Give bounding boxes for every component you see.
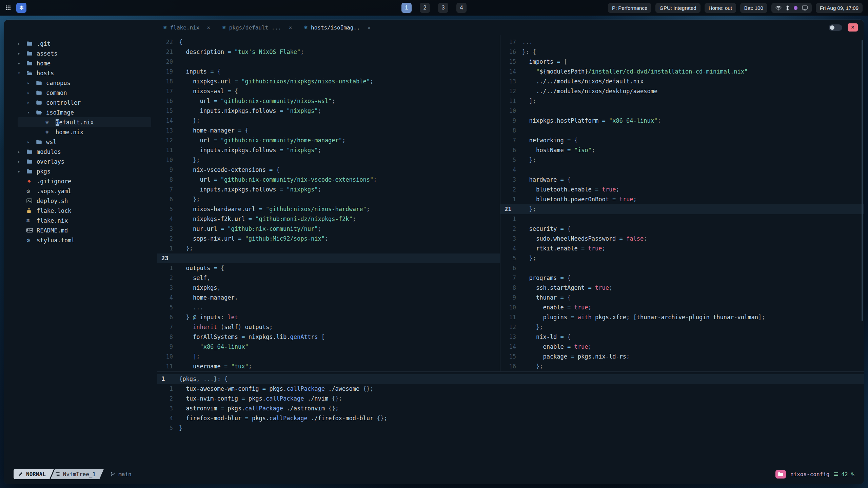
file-tree[interactable]: ▸.git▸assets▸home▾hosts▸canopus▸common▸c…	[4, 35, 157, 467]
scrollbar[interactable]	[862, 40, 863, 321]
code-line[interactable]: 7 networking = {	[500, 136, 864, 145]
tree-item-home.nix[interactable]: ❄home.nix	[18, 127, 157, 137]
tree-item-controller[interactable]: ▸controller	[18, 98, 157, 107]
tree-item-canopus[interactable]: ▸canopus	[18, 78, 157, 88]
code-line[interactable]: 11 username = "tux";	[157, 362, 500, 371]
code-line[interactable]: 6	[500, 263, 864, 273]
code-line[interactable]: 10 };	[157, 155, 500, 165]
code-line[interactable]: 1 tux-awesome-wm-config = pkgs.callPacka…	[157, 384, 864, 394]
chevron-right-icon[interactable]: ▸	[18, 149, 26, 154]
workspace-button-1[interactable]: 1	[401, 3, 412, 13]
code-line[interactable]: 3 nixpkgs,	[157, 283, 500, 293]
code-line[interactable]: 21 description = "tux's NixOS Flake";	[157, 47, 500, 57]
code-line[interactable]: 5 };	[500, 253, 864, 263]
code-line[interactable]: 4 firefox-mod-blur = pkgs.callPackage ./…	[157, 413, 864, 423]
wifi-icon[interactable]	[775, 5, 782, 11]
code-line[interactable]: 9 nix-vscode-extensions = {	[157, 165, 500, 175]
code-line[interactable]: 1 };	[157, 244, 500, 253]
accent-dot-icon[interactable]	[793, 6, 798, 10]
code-line[interactable]: 13 nix-ld = {	[500, 332, 864, 342]
tree-item-hosts[interactable]: ▾hosts	[18, 68, 157, 78]
code-line[interactable]: 1{pkgs, ...}: {	[157, 374, 864, 384]
code-line[interactable]: 5 nixos-hardware.url = "github:nixos/nix…	[157, 204, 500, 214]
code-line[interactable]: 16}: {	[500, 47, 864, 57]
tree-item-common[interactable]: ▸common	[18, 88, 157, 98]
code-line[interactable]: 17...	[500, 37, 864, 47]
code-line[interactable]: 12 ../../modules/nixos/desktop/awesome	[500, 86, 864, 96]
chevron-right-icon[interactable]: ▸	[27, 139, 36, 144]
code-line[interactable]: 16 };	[500, 362, 864, 371]
tree-item-isoImage[interactable]: ▾isoImage	[18, 107, 157, 117]
code-line[interactable]: 10 ];	[157, 352, 500, 362]
code-line[interactable]: 11 ];	[500, 96, 864, 106]
code-line[interactable]: 7 programs = {	[500, 273, 864, 283]
tab-close-icon[interactable]: ×	[289, 24, 292, 31]
code-line[interactable]: 7 inherit (self) outputs;	[157, 322, 500, 332]
code-line[interactable]: 3 nur.url = "github:nix-community/nur";	[157, 224, 500, 234]
code-line[interactable]: 5 ...	[157, 303, 500, 312]
window-toggle[interactable]	[829, 24, 842, 31]
code-line[interactable]: 11 inputs.nixpkgs.follows = "nixpkgs";	[157, 145, 500, 155]
code-line[interactable]: 15 package = pkgs.nix-ld-rs;	[500, 352, 864, 362]
tab-close-icon[interactable]: ×	[368, 24, 371, 31]
code-line[interactable]: 3 hardware = {	[500, 175, 864, 185]
chevron-right-icon[interactable]: ▸	[18, 61, 26, 66]
code-line[interactable]: 17 nixos-wsl = {	[157, 86, 500, 96]
code-line[interactable]: 1 bluetooth.powerOnBoot = true;	[500, 195, 864, 204]
code-line[interactable]: 18 nixpkgs.url = "github:nixos/nixpkgs/n…	[157, 77, 500, 86]
pane-hosts-isoimage[interactable]: 17...16}: {15 imports = [14 "${modulesPa…	[500, 35, 864, 371]
tree-item-pkgs[interactable]: ▸pkgs	[18, 166, 157, 176]
code-line[interactable]: 14 "${modulesPath}/installer/cd-dvd/inst…	[500, 67, 864, 77]
code-line[interactable]: 6 } @ inputs: let	[157, 312, 500, 322]
tree-item-modules[interactable]: ▸modules	[18, 147, 157, 157]
tree-item-stylua.toml[interactable]: ⚙stylua.toml	[18, 235, 157, 245]
code-line[interactable]: 23	[157, 253, 500, 263]
code-line[interactable]: 2 sops-nix.url = "github:Mic92/sops-nix"…	[157, 234, 500, 244]
nix-badge-button[interactable]: ❄	[16, 3, 26, 13]
tab-pkgs-default-...[interactable]: ❄pkgs/default ...×	[216, 20, 298, 35]
code-line[interactable]: 5}	[157, 423, 864, 433]
code-line[interactable]: 8 forAllSystems = nixpkgs.lib.genAttrs [	[157, 332, 500, 342]
code-line[interactable]: 19 inputs = {	[157, 67, 500, 77]
code-line[interactable]: 12 url = "github:nix-community/home-mana…	[157, 136, 500, 145]
pane-pkgs-default[interactable]: 1{pkgs, ...}: {1 tux-awesome-wm-config =…	[157, 371, 864, 433]
window-close-button[interactable]: ×	[848, 23, 858, 32]
code-line[interactable]: 13 home-manager = {	[157, 126, 500, 136]
tree-item-overlays[interactable]: ▸overlays	[18, 157, 157, 166]
code-line[interactable]: 15 imports = [	[500, 57, 864, 67]
code-line[interactable]: 4 home-manager,	[157, 293, 500, 303]
tree-item-deploy.sh[interactable]: deploy.sh	[18, 196, 157, 206]
workspace-button-3[interactable]: 3	[438, 3, 448, 13]
code-line[interactable]: 4 rtkit.enable = true;	[500, 244, 864, 253]
chevron-right-icon[interactable]: ▸	[18, 51, 26, 56]
code-line[interactable]: 7 inputs.nixpkgs.follows = "nixpkgs";	[157, 185, 500, 195]
tree-item-README.md[interactable]: README.md	[18, 225, 157, 235]
code-line[interactable]: 9 thunar = {	[500, 293, 864, 303]
code-line[interactable]: 1	[500, 214, 864, 224]
code-line[interactable]: 2 bluetooth.enable = true;	[500, 185, 864, 195]
code-line[interactable]: 4	[500, 165, 864, 175]
code-line[interactable]: 8 ssh.startAgent = true;	[500, 283, 864, 293]
code-line[interactable]: 2 security = {	[500, 224, 864, 234]
tree-item-assets[interactable]: ▸assets	[18, 48, 157, 58]
tree-item-.sops.yaml[interactable]: ⚙.sops.yaml	[18, 186, 157, 196]
code-line[interactable]: 16 url = "github:nix-community/nixos-wsl…	[157, 96, 500, 106]
tree-item-.gitignore[interactable]: .gitignore	[18, 176, 157, 186]
tab-close-icon[interactable]: ×	[207, 24, 210, 31]
code-line[interactable]: 9 nixpkgs.hostPlatform = "x86_64-linux";	[500, 116, 864, 126]
pane-flake-nix[interactable]: 22{21 description = "tux's NixOS Flake";…	[157, 35, 500, 371]
code-line[interactable]: 6 hostName = "iso";	[500, 145, 864, 155]
chevron-right-icon[interactable]: ▸	[27, 80, 36, 85]
tree-item-flake.nix[interactable]: ❄flake.nix	[18, 216, 157, 225]
code-line[interactable]: 8	[500, 126, 864, 136]
workspace-button-4[interactable]: 4	[456, 3, 467, 13]
code-line[interactable]: 6 };	[157, 195, 500, 204]
workspace-button-2[interactable]: 2	[420, 3, 430, 13]
code-line[interactable]: 13 ../../modules/nixos/default.nix	[500, 77, 864, 86]
code-line[interactable]: 8 url = "github:nix-community/nix-vscode…	[157, 175, 500, 185]
apps-grid-button[interactable]	[5, 5, 11, 11]
bluetooth-icon[interactable]	[786, 5, 789, 11]
code-line[interactable]: 14 };	[157, 116, 500, 126]
code-line[interactable]: 20	[157, 57, 500, 67]
code-line[interactable]: 22{	[157, 37, 500, 47]
